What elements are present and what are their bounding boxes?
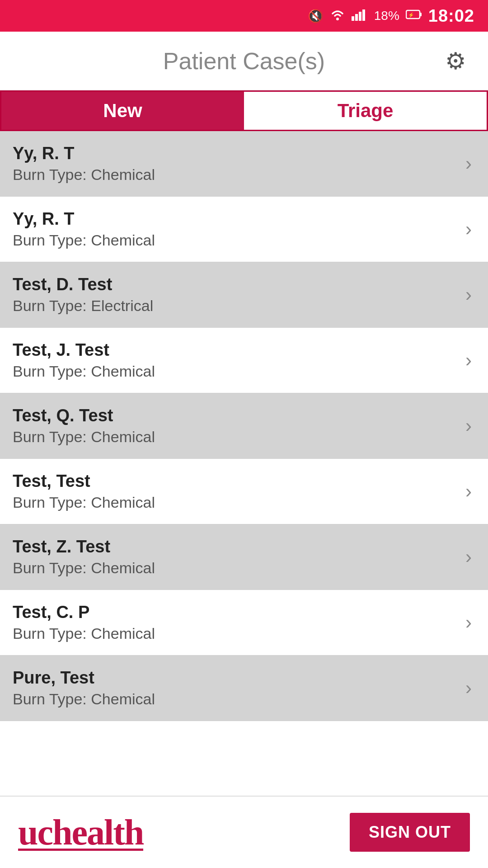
patient-info: Test, D. Test Burn Type: Electrical xyxy=(13,275,153,315)
patient-info: Test, Q. Test Burn Type: Chemical xyxy=(13,406,155,446)
patient-name: Yy, R. T xyxy=(13,144,155,163)
chevron-right-icon: › xyxy=(465,218,472,240)
patient-info: Test, J. Test Burn Type: Chemical xyxy=(13,340,155,380)
sign-out-button[interactable]: SIGN OUT xyxy=(350,813,470,852)
patient-info: Test, Test Burn Type: Chemical xyxy=(13,472,155,511)
patient-item[interactable]: Test, C. P Burn Type: Chemical › xyxy=(0,590,488,656)
battery-percentage: 18% xyxy=(374,9,399,23)
chevron-right-icon: › xyxy=(465,546,472,568)
svg-rect-4 xyxy=(362,9,365,21)
patient-burn-type: Burn Type: Electrical xyxy=(13,297,153,315)
chevron-right-icon: › xyxy=(465,481,472,502)
patient-name: Pure, Test xyxy=(13,668,155,688)
patient-name: Test, Q. Test xyxy=(13,406,155,425)
patient-item[interactable]: Test, Test Burn Type: Chemical › xyxy=(0,459,488,524)
patient-item[interactable]: Test, Z. Test Burn Type: Chemical › xyxy=(0,524,488,590)
patient-item[interactable]: Yy, R. T Burn Type: Chemical › xyxy=(0,131,488,197)
patient-item[interactable]: Test, D. Test Burn Type: Electrical › xyxy=(0,262,488,328)
patient-name: Test, D. Test xyxy=(13,275,153,294)
svg-rect-1 xyxy=(352,16,354,21)
uchealth-logo: uchealth xyxy=(18,814,143,850)
patient-name: Yy, R. T xyxy=(13,209,155,229)
mute-icon: 🔇 xyxy=(308,9,324,24)
tab-bar: New Triage xyxy=(0,90,488,131)
patient-burn-type: Burn Type: Chemical xyxy=(13,690,155,708)
patient-info: Pure, Test Burn Type: Chemical xyxy=(13,668,155,708)
gear-icon: ⚙ xyxy=(445,47,466,75)
patient-name: Test, Test xyxy=(13,472,155,491)
wifi-icon xyxy=(330,8,345,24)
patient-burn-type: Burn Type: Chemical xyxy=(13,428,155,446)
signal-icon xyxy=(352,8,368,24)
tab-triage[interactable]: Triage xyxy=(244,92,487,130)
svg-rect-6 xyxy=(420,13,422,16)
chevron-right-icon: › xyxy=(465,677,472,699)
app-header: Patient Case(s) ⚙ xyxy=(0,32,488,90)
patient-burn-type: Burn Type: Chemical xyxy=(13,231,155,249)
tab-new[interactable]: New xyxy=(1,92,244,130)
patient-burn-type: Burn Type: Chemical xyxy=(13,494,155,511)
footer: uchealth SIGN OUT xyxy=(0,796,488,868)
patient-info: Test, C. P Burn Type: Chemical xyxy=(13,603,155,642)
main-content: Yy, R. T Burn Type: Chemical › Yy, R. T … xyxy=(0,131,488,798)
svg-point-0 xyxy=(336,18,339,20)
patient-item[interactable]: Test, J. Test Burn Type: Chemical › xyxy=(0,328,488,393)
patient-info: Yy, R. T Burn Type: Chemical xyxy=(13,144,155,184)
chevron-right-icon: › xyxy=(465,415,472,437)
status-time: 18:02 xyxy=(428,6,474,26)
svg-rect-3 xyxy=(359,12,361,21)
svg-rect-2 xyxy=(355,14,358,21)
chevron-right-icon: › xyxy=(465,612,472,633)
patient-info: Test, Z. Test Burn Type: Chemical xyxy=(13,537,155,577)
chevron-right-icon: › xyxy=(465,284,472,306)
svg-text:⚡: ⚡ xyxy=(408,12,414,18)
patient-name: Test, C. P xyxy=(13,603,155,622)
patient-burn-type: Burn Type: Chemical xyxy=(13,559,155,577)
status-bar: 🔇 18% ⚡ 18:0 xyxy=(0,0,488,32)
chevron-right-icon: › xyxy=(465,153,472,175)
logo-underline xyxy=(18,849,143,851)
patient-burn-type: Burn Type: Chemical xyxy=(13,625,155,642)
patient-item[interactable]: Test, Q. Test Burn Type: Chemical › xyxy=(0,393,488,459)
patient-burn-type: Burn Type: Chemical xyxy=(13,363,155,380)
chevron-right-icon: › xyxy=(465,349,472,371)
patient-burn-type: Burn Type: Chemical xyxy=(13,166,155,184)
battery-icon: ⚡ xyxy=(406,9,422,23)
patient-info: Yy, R. T Burn Type: Chemical xyxy=(13,209,155,249)
patient-name: Test, J. Test xyxy=(13,340,155,360)
patient-name: Test, Z. Test xyxy=(13,537,155,557)
patient-item[interactable]: Pure, Test Burn Type: Chemical › xyxy=(0,656,488,721)
logo-area: uchealth xyxy=(18,814,143,851)
patient-list: Yy, R. T Burn Type: Chemical › Yy, R. T … xyxy=(0,131,488,721)
patient-item[interactable]: Yy, R. T Burn Type: Chemical › xyxy=(0,197,488,262)
settings-button[interactable]: ⚙ xyxy=(441,47,470,75)
page-title: Patient Case(s) xyxy=(163,47,325,75)
